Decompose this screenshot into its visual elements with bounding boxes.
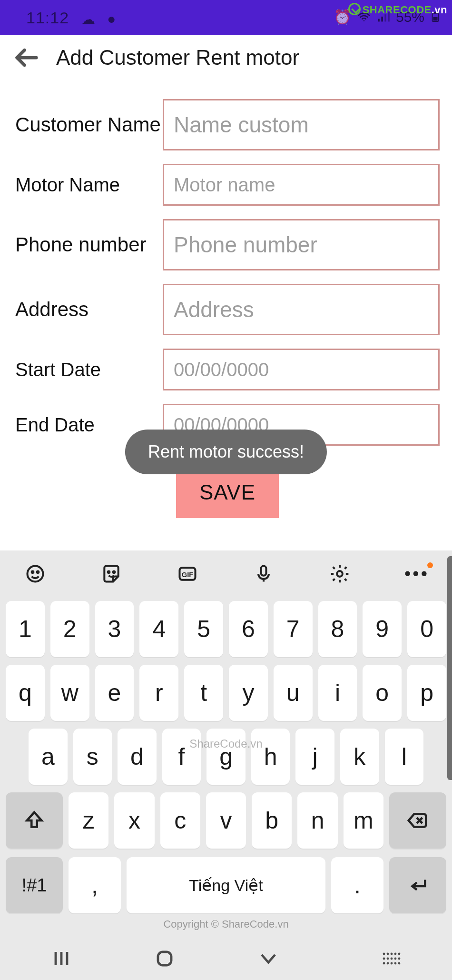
key-row-2: qwertyuiop <box>6 665 446 721</box>
key-t[interactable]: t <box>184 665 223 721</box>
svg-point-29 <box>387 958 389 960</box>
backspace-icon <box>407 810 429 831</box>
key-g[interactable]: g <box>206 729 246 785</box>
svg-point-11 <box>108 571 110 573</box>
key-row-5: !#1 , Tiếng Việt . <box>6 856 446 913</box>
key-u[interactable]: u <box>274 665 313 721</box>
key-y[interactable]: y <box>229 665 268 721</box>
key-0[interactable]: 0 <box>407 601 446 657</box>
symbols-key[interactable]: !#1 <box>6 857 63 913</box>
key-7[interactable]: 7 <box>274 601 313 657</box>
page-title: Add Customer Rent motor <box>56 46 299 70</box>
back-button[interactable] <box>11 42 42 73</box>
key-l[interactable]: l <box>385 729 424 785</box>
svg-point-28 <box>383 958 385 960</box>
input-start-date[interactable]: 00/00/0000 <box>163 349 440 390</box>
clock: 11:12 <box>26 9 69 27</box>
soft-keyboard: GIF ••• 1234567890 qwertyuiop asdfghjkl … <box>0 550 452 980</box>
toast-message: Rent motor success! <box>125 430 327 474</box>
key-k[interactable]: k <box>340 729 379 785</box>
watermark-top: SHARECODE.vn <box>348 3 447 16</box>
svg-point-33 <box>383 962 385 965</box>
shift-key[interactable] <box>6 792 63 849</box>
key-6[interactable]: 6 <box>229 601 268 657</box>
key-f[interactable]: f <box>162 729 201 785</box>
android-nav-bar <box>0 937 452 980</box>
mic-icon[interactable] <box>250 560 277 587</box>
key-c[interactable]: c <box>160 792 200 849</box>
android-status-bar: 11:12 ☁ ● ⏰ 55% SHARECODE.vn <box>0 0 452 35</box>
key-o[interactable]: o <box>363 665 402 721</box>
back-nav-button[interactable] <box>254 944 283 973</box>
emoji-icon[interactable] <box>22 560 49 587</box>
input-address[interactable]: Address <box>163 284 440 335</box>
messenger-icon: ● <box>107 11 116 27</box>
svg-point-23 <box>383 953 385 955</box>
svg-point-37 <box>398 962 401 965</box>
svg-point-32 <box>398 958 401 960</box>
input-motor-name[interactable]: Motor name <box>163 164 440 206</box>
key-v[interactable]: v <box>206 792 246 849</box>
key-8[interactable]: 8 <box>318 601 357 657</box>
label-address: Address <box>15 298 163 321</box>
enter-key[interactable] <box>389 857 446 913</box>
key-i[interactable]: i <box>318 665 357 721</box>
key-a[interactable]: a <box>29 729 68 785</box>
svg-text:GIF: GIF <box>182 571 193 579</box>
key-m[interactable]: m <box>344 792 383 849</box>
key-j[interactable]: j <box>295 729 334 785</box>
svg-rect-6 <box>433 17 437 20</box>
key-d[interactable]: d <box>118 729 157 785</box>
svg-point-24 <box>387 953 389 955</box>
svg-point-35 <box>391 962 393 965</box>
key-h[interactable]: h <box>251 729 290 785</box>
key-9[interactable]: 9 <box>363 601 402 657</box>
svg-rect-1 <box>381 16 383 21</box>
comma-key[interactable]: , <box>69 857 121 913</box>
key-row-4: zxcvbnm <box>6 792 446 849</box>
label-phone: Phone number <box>15 233 163 256</box>
keyboard-switch-button[interactable] <box>376 944 405 973</box>
key-1[interactable]: 1 <box>6 601 45 657</box>
keyboard-toolbar: GIF ••• <box>0 550 452 597</box>
sticker-icon[interactable] <box>98 560 125 587</box>
app-bar: Add Customer Rent motor <box>0 35 452 80</box>
key-q[interactable]: q <box>6 665 45 721</box>
arrow-left-icon <box>14 45 39 70</box>
dot-key[interactable]: . <box>331 857 383 913</box>
edge-handle[interactable] <box>447 556 452 780</box>
input-phone[interactable]: Phone number <box>163 219 440 270</box>
svg-point-9 <box>32 571 34 573</box>
label-start-date: Start Date <box>15 359 163 380</box>
key-2[interactable]: 2 <box>50 601 89 657</box>
label-motor-name: Motor Name <box>15 174 163 196</box>
key-4[interactable]: 4 <box>139 601 178 657</box>
svg-point-27 <box>398 953 401 955</box>
gif-icon[interactable]: GIF <box>174 560 201 587</box>
space-key[interactable]: Tiếng Việt <box>127 857 325 913</box>
key-r[interactable]: r <box>139 665 178 721</box>
svg-rect-0 <box>378 19 380 21</box>
key-5[interactable]: 5 <box>184 601 223 657</box>
input-customer-name[interactable]: Name custom <box>163 99 440 150</box>
key-z[interactable]: z <box>69 792 108 849</box>
key-row-1: 1234567890 <box>6 601 446 657</box>
home-button[interactable] <box>150 944 179 973</box>
key-b[interactable]: b <box>252 792 292 849</box>
svg-point-10 <box>37 571 39 573</box>
svg-rect-22 <box>158 952 171 965</box>
key-row-3: asdfghjkl <box>6 729 446 785</box>
recents-button[interactable] <box>47 944 76 973</box>
key-p[interactable]: p <box>407 665 446 721</box>
gear-icon[interactable] <box>326 560 353 587</box>
key-w[interactable]: w <box>50 665 89 721</box>
key-s[interactable]: s <box>73 729 112 785</box>
key-e[interactable]: e <box>95 665 134 721</box>
key-n[interactable]: n <box>297 792 337 849</box>
key-3[interactable]: 3 <box>95 601 134 657</box>
more-icon[interactable]: ••• <box>403 560 430 587</box>
key-x[interactable]: x <box>114 792 154 849</box>
svg-point-8 <box>28 566 43 582</box>
save-button[interactable]: SAVE <box>176 467 279 518</box>
backspace-key[interactable] <box>389 792 446 849</box>
